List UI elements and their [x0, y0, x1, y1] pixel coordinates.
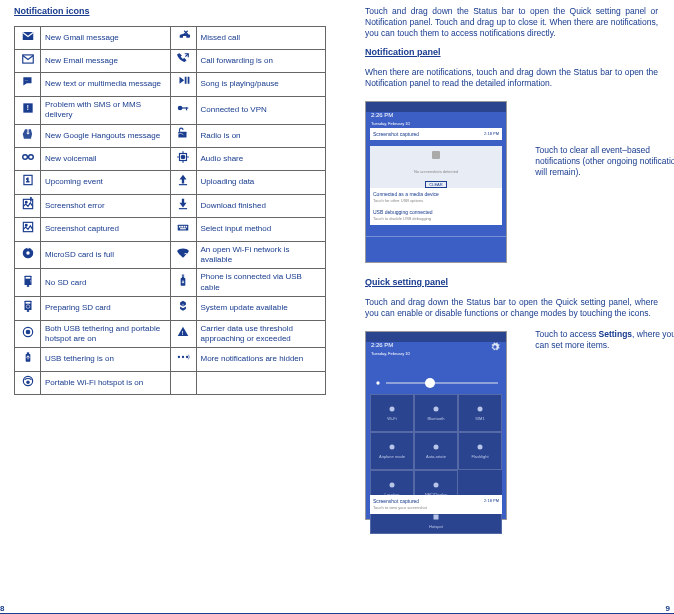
svg-rect-36	[25, 276, 30, 278]
notification-icon: !	[15, 269, 41, 297]
svg-rect-4	[188, 77, 190, 84]
notification-icons-table: New Gmail messageMissed callNew Email me…	[14, 26, 326, 395]
notification-icon	[15, 148, 41, 171]
svg-text:!: !	[26, 104, 28, 111]
notification-icon	[170, 218, 196, 241]
notification-icon	[15, 320, 41, 348]
icon-desc: Select input method	[196, 218, 326, 241]
icon-row: New voicemailAudio share	[15, 148, 326, 171]
svg-rect-10	[178, 131, 186, 137]
icon-row: Preparing SD cardSystem update available	[15, 297, 326, 320]
notification-icon	[170, 269, 196, 297]
notification-icons-heading: Notification icons	[14, 6, 326, 18]
svg-point-57	[478, 407, 483, 412]
svg-point-60	[478, 445, 483, 450]
quick-setting-screenshot: 2:26 PMTuesday, February 10 Wi-FiBluetoo…	[365, 331, 507, 520]
svg-point-48	[178, 356, 180, 358]
icon-row: !MicroSD card is full?An open Wi-Fi netw…	[15, 241, 326, 269]
svg-text:…: …	[24, 79, 28, 83]
notification-icon	[170, 297, 196, 320]
icon-desc: An open Wi-Fi network is available	[196, 241, 326, 269]
icon-desc: Song is playing/pause	[196, 73, 326, 96]
icon-row: Portable Wi-Fi hotspot is on	[15, 371, 326, 394]
svg-point-49	[182, 356, 184, 358]
svg-rect-26	[181, 226, 183, 228]
icon-desc: Audio share	[196, 148, 326, 171]
svg-rect-27	[184, 226, 186, 228]
notification-icon	[15, 124, 41, 147]
svg-rect-28	[186, 226, 187, 228]
notification-icon: ?	[170, 241, 196, 269]
icon-desc: Portable Wi-Fi hotspot is on	[41, 371, 171, 394]
icon-desc: Phone is connected via USB cable	[196, 269, 326, 297]
icon-row: …New text or multimedia messageSong is p…	[15, 73, 326, 96]
notification-panel-heading: Notification panel	[365, 47, 658, 59]
quick-setting-para: Touch and drag down the Status bar to op…	[365, 297, 658, 319]
usb-debug-notification: USB debugging connectedTouch to disable …	[370, 206, 502, 225]
svg-text:!: !	[30, 246, 31, 251]
icon-desc: USB tethering is on	[41, 348, 171, 371]
icon-desc: Problem with SMS or MMS delivery	[41, 96, 171, 124]
icon-desc	[196, 371, 326, 394]
notification-icon	[15, 218, 41, 241]
svg-rect-21	[179, 208, 187, 209]
svg-rect-3	[185, 77, 187, 84]
icon-desc: Connected to VPN	[196, 96, 326, 124]
quick-setting-tile: SIM1	[458, 394, 502, 432]
notification-icon: !	[15, 96, 41, 124]
notification-icon	[170, 50, 196, 73]
icon-desc: New Email message	[41, 50, 171, 73]
screenshot-captured-tile: Screenshot captured2:18 PMTouch to view …	[370, 495, 502, 514]
icon-row: Both USB tethering and portable hotspot …	[15, 320, 326, 348]
notification-icon	[170, 96, 196, 124]
icon-row: !Problem with SMS or MMS deliveryConnect…	[15, 96, 326, 124]
icon-desc: New Gmail message	[41, 26, 171, 49]
icon-desc: MicroSD card is full	[41, 241, 171, 269]
icon-desc: Upcoming event	[41, 171, 171, 194]
notification-icon: …	[15, 73, 41, 96]
icon-desc: New Google Hangouts message	[41, 124, 171, 147]
svg-rect-39	[182, 276, 184, 278]
notification-panel-screenshot: 2:26 PMTuesday, February 10 Screenshot c…	[365, 101, 507, 263]
notification-icon	[15, 371, 41, 394]
notification-icon	[15, 297, 41, 320]
icon-desc: Preparing SD card	[41, 297, 171, 320]
svg-point-23	[25, 225, 27, 227]
quick-setting-tile: Bluetooth	[414, 394, 458, 432]
notification-icon	[170, 171, 196, 194]
svg-rect-41	[25, 302, 30, 304]
svg-rect-32	[27, 247, 28, 249]
notification-icon: 1	[15, 171, 41, 194]
icon-desc: New text or multimedia message	[41, 73, 171, 96]
svg-rect-8	[181, 107, 188, 108]
icon-desc: Screenshot error	[41, 194, 171, 217]
icon-desc: Carrier data use threshold approaching o…	[196, 320, 326, 348]
quick-setting-tile: Auto-rotate	[414, 432, 458, 470]
icon-desc: Call forwarding is on	[196, 50, 326, 73]
svg-text:!: !	[29, 279, 30, 284]
notification-icon	[15, 348, 41, 371]
icon-desc: Radio is on	[196, 124, 326, 147]
svg-point-61	[390, 483, 395, 488]
quick-setting-tile: Wi-Fi	[370, 394, 414, 432]
notification-icon	[170, 148, 196, 171]
icon-row: New Gmail messageMissed call	[15, 26, 326, 49]
icon-row: New Email messageCall forwarding is on	[15, 50, 326, 73]
svg-rect-63	[434, 515, 439, 520]
svg-text:1: 1	[26, 178, 29, 184]
svg-point-11	[22, 155, 27, 160]
icon-row: USB tethering is onMore notifications ar…	[15, 348, 326, 371]
notification-icon: !	[170, 320, 196, 348]
svg-point-44	[26, 330, 30, 334]
icon-desc: More notifications are hidden	[196, 348, 326, 371]
clear-callout: Touch to clear all event–based notificat…	[535, 145, 674, 178]
notification-icon	[15, 26, 41, 49]
gear-icon	[490, 342, 500, 352]
icon-desc: Uploading data	[196, 171, 326, 194]
screenshot-captured-notification: Screenshot captured2:18 PM	[370, 128, 502, 141]
notification-panel-para: When there are notifications, touch and …	[365, 67, 658, 89]
notification-icon: !	[15, 241, 41, 269]
quick-setting-tile: Airplane mode	[370, 432, 414, 470]
icon-desc: Download finished	[196, 194, 326, 217]
svg-point-56	[434, 407, 439, 412]
